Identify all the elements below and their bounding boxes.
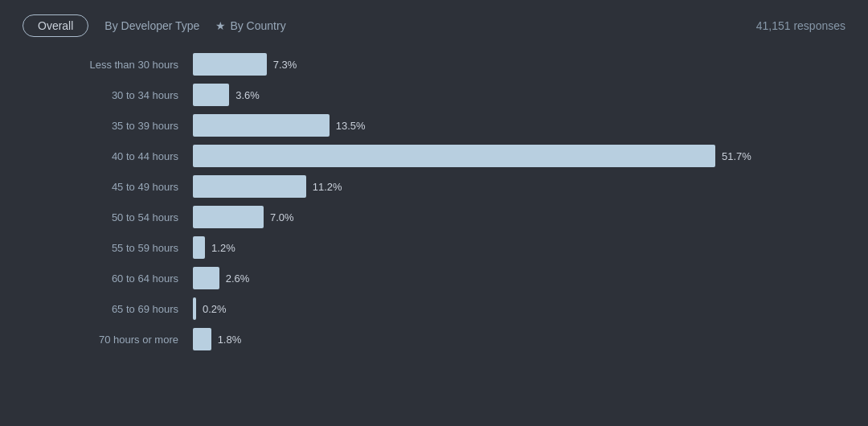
bar-value: 1.8% <box>218 334 242 346</box>
bar-row: 45 to 49 hours11.2% <box>32 175 836 198</box>
bar-fill <box>193 145 715 167</box>
bar-value: 11.2% <box>313 181 342 193</box>
bar-fill <box>193 206 264 228</box>
bar-value: 2.6% <box>226 272 250 285</box>
tab-by-country[interactable]: ★ By Country <box>215 19 285 32</box>
tab-developer-type[interactable]: By Developer Type <box>104 19 199 32</box>
bar-fill <box>193 84 229 106</box>
bar-track: 3.6% <box>193 84 836 106</box>
tab-overall[interactable]: Overall <box>23 14 88 37</box>
bar-row: 30 to 34 hours3.6% <box>32 84 836 106</box>
bar-fill <box>193 267 219 289</box>
bar-row: Less than 30 hours7.3% <box>32 53 836 76</box>
bar-value: 7.0% <box>270 211 294 223</box>
bar-value: 0.2% <box>203 303 227 315</box>
star-icon: ★ <box>215 19 226 32</box>
bar-track: 11.2% <box>193 175 836 198</box>
bar-row: 55 to 59 hours1.2% <box>32 236 836 259</box>
bar-row: 70 hours or more1.8% <box>32 328 836 350</box>
bar-track: 7.3% <box>193 53 836 76</box>
bar-row: 60 to 64 hours2.6% <box>32 267 836 289</box>
bar-label: 40 to 44 hours <box>32 150 193 162</box>
bar-value: 3.6% <box>235 89 260 101</box>
bar-fill <box>193 297 196 320</box>
bar-track: 51.7% <box>193 145 836 167</box>
bar-track: 13.5% <box>193 114 836 137</box>
tab-group: Overall By Developer Type ★ By Country <box>23 14 286 37</box>
bar-track: 1.8% <box>193 328 836 350</box>
bar-label: 50 to 54 hours <box>32 211 193 223</box>
bar-value: 7.3% <box>273 59 297 71</box>
bar-track: 1.2% <box>193 236 836 259</box>
bar-label: 45 to 49 hours <box>32 181 193 193</box>
header: Overall By Developer Type ★ By Country 4… <box>0 0 868 45</box>
bar-label: Less than 30 hours <box>32 59 193 71</box>
bar-row: 65 to 69 hours0.2% <box>32 297 836 320</box>
bar-row: 50 to 54 hours7.0% <box>32 206 836 228</box>
bar-label: 60 to 64 hours <box>32 272 193 285</box>
bar-track: 2.6% <box>193 267 836 289</box>
bar-label: 35 to 39 hours <box>32 120 193 132</box>
bar-value: 51.7% <box>722 150 751 162</box>
bar-fill <box>193 114 330 137</box>
bar-label: 30 to 34 hours <box>32 89 193 101</box>
bar-fill <box>193 236 205 259</box>
bar-label: 70 hours or more <box>32 334 193 346</box>
bar-label: 55 to 59 hours <box>32 242 193 254</box>
bar-fill <box>193 328 211 350</box>
responses-count: 41,151 responses <box>756 19 845 32</box>
bar-track: 0.2% <box>193 297 836 320</box>
bar-value: 13.5% <box>336 120 366 132</box>
bar-row: 40 to 44 hours51.7% <box>32 145 836 167</box>
bar-label: 65 to 69 hours <box>32 303 193 315</box>
bar-row: 35 to 39 hours13.5% <box>32 114 836 137</box>
bar-fill <box>193 175 306 198</box>
bar-track: 7.0% <box>193 206 836 228</box>
bar-value: 1.2% <box>211 242 235 254</box>
bar-fill <box>193 53 267 76</box>
chart-container: Less than 30 hours7.3%30 to 34 hours3.6%… <box>0 45 868 367</box>
